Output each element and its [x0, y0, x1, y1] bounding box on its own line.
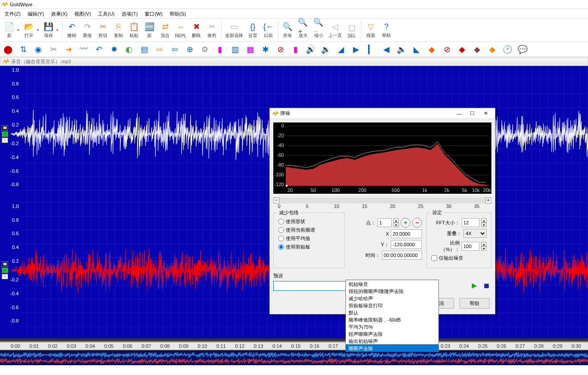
spectrum-display[interactable]: 0-20-40-60-80-100-12020501002005001k2k5k… — [273, 122, 491, 194]
effect-fade2-icon[interactable]: ◣ — [410, 43, 423, 56]
preset-option-6[interactable]: 平均为75% — [346, 323, 438, 330]
effect-mark2-icon[interactable]: ◀ — [380, 43, 393, 56]
effect-d1-icon[interactable]: ◆ — [426, 43, 438, 56]
toolbar-上一页[interactable]: ◁上一页 — [327, 20, 344, 41]
menu-file[interactable]: 文件(Z) — [1, 9, 24, 19]
effect-stop-icon[interactable]: ⬤ — [2, 43, 14, 56]
effect-cut-icon[interactable]: ✂ — [47, 43, 60, 56]
toolbar-粘贴[interactable]: 📋粘贴 — [126, 20, 142, 41]
effect-rec-icon[interactable]: ⊘ — [274, 43, 287, 56]
preset-option-4[interactable]: 默认 — [346, 309, 438, 316]
effect-no-icon[interactable]: ⊘ — [441, 43, 453, 56]
marker-mute-icon[interactable]: ▮▮ — [2, 125, 8, 130]
effect-plus-icon[interactable]: ⊕ — [183, 43, 196, 56]
effect-fade-icon[interactable]: ◐ — [123, 43, 135, 56]
marker-on-icon[interactable]: ✓ — [2, 131, 8, 137]
effect-spin-icon[interactable]: ◉ — [32, 43, 45, 56]
toolbar-新[interactable]: 🆕新 — [142, 20, 157, 41]
preset-option-8[interactable]: 输出初始噪声 — [346, 337, 438, 344]
toolbar-缩小[interactable]: 🔍−缩小 — [311, 20, 326, 41]
preview-play-button[interactable] — [469, 281, 479, 291]
effect-mark1-icon[interactable]: ▎ — [365, 43, 377, 56]
scale-down-button[interactable]: ▼ — [481, 246, 487, 251]
effect-sliders-icon[interactable]: ⚙ — [199, 43, 211, 56]
preset-option-7[interactable]: 轻声嘶嘶声去除 — [346, 330, 438, 337]
toolbar-保存[interactable]: 💾保存 — [41, 20, 56, 41]
envelope-radio-2[interactable] — [278, 236, 284, 241]
remove-point-button[interactable]: − — [412, 218, 422, 228]
menu-window[interactable]: 窗口(W) — [141, 9, 166, 19]
dialog-max-button[interactable]: ☐ — [466, 109, 479, 118]
time-input[interactable] — [382, 251, 422, 260]
overlap-select[interactable]: 4X — [463, 229, 487, 238]
marker-on-icon[interactable]: ✓ — [2, 268, 8, 273]
preset-option-0[interactable]: 初始噪音 — [346, 280, 438, 287]
toolbar-全部选择[interactable]: ▭全部选择 — [223, 20, 245, 41]
menu-effect[interactable]: 效果(X) — [48, 9, 71, 19]
document-titlebar[interactable]: 录音（融合背景音乐）.mp3 — [0, 57, 588, 66]
preview-stop-button[interactable] — [482, 281, 491, 291]
preset-dropdown[interactable]: 初始噪音很轻的嘶嘶声/隆隆声去除减少哈哈声剪贴板噪音打印默认频率峰值限制器，-6… — [345, 280, 439, 352]
preset-option-3[interactable]: 剪贴板噪音打印 — [346, 302, 438, 309]
scale-up-button[interactable]: ▲ — [481, 242, 487, 246]
fft-up-button[interactable]: ▲ — [481, 218, 487, 223]
toolbar-撤销[interactable]: ↶撤销 — [64, 20, 79, 41]
zoom-out-button[interactable]: − — [273, 197, 280, 204]
effect-vol2-icon[interactable]: 🔉 — [320, 43, 332, 56]
effect-arrow-icon[interactable]: ➜ — [62, 43, 75, 56]
marker-mute-icon[interactable]: ▮▮ — [2, 261, 8, 267]
preset-input[interactable] — [274, 281, 354, 290]
effect-d3-icon[interactable]: ◆ — [471, 43, 483, 56]
menu-help[interactable]: 帮助(S) — [166, 9, 190, 19]
effect-spk-icon[interactable]: 🔈 — [395, 43, 408, 56]
toolbar-帮助[interactable]: ?帮助 — [379, 20, 394, 41]
effect-prev-icon[interactable]: ⇦ — [168, 43, 181, 56]
effect-next-icon[interactable]: ⇨ — [153, 43, 166, 56]
point-input[interactable] — [377, 218, 392, 227]
preset-option-5[interactable]: 频率峰值限制器，-60dB — [346, 316, 438, 323]
x-input[interactable] — [391, 229, 422, 238]
scale-input[interactable] — [462, 242, 479, 251]
envelope-radio-3[interactable] — [278, 244, 284, 250]
effect-spark-icon[interactable]: ✱ — [259, 43, 272, 56]
menu-tool[interactable]: 工具(U) — [94, 9, 118, 19]
y-input[interactable] — [391, 240, 422, 249]
toolbar-重做[interactable]: ↷重做 — [80, 20, 95, 41]
effect-grid-icon[interactable]: ▦ — [244, 43, 256, 56]
effect-clock-icon[interactable]: 🕐 — [501, 43, 514, 56]
toolbar-设置[interactable]: {}设置 — [245, 20, 260, 41]
toolbar-以前[interactable]: {←以前 — [261, 20, 276, 41]
noise-only-checkbox[interactable] — [431, 255, 437, 261]
effect-d4-icon[interactable]: ◆ — [486, 43, 499, 56]
preset-option-9[interactable]: 嘶嘶声去除 — [346, 344, 438, 351]
effect-undo-icon[interactable]: ↶ — [93, 43, 105, 56]
effect-stretch-icon[interactable]: ⇅ — [17, 43, 29, 56]
effect-play-icon[interactable]: ▶ — [350, 43, 362, 56]
overview-bar[interactable] — [0, 350, 588, 365]
zoom-in-button[interactable]: + — [485, 197, 491, 204]
fft-down-button[interactable]: ▼ — [481, 223, 487, 227]
dialog-titlebar[interactable]: 降噪 — ☐ ✕ — [270, 108, 495, 119]
time-ruler[interactable]: 0:000:010:020:030:040:050:060:070:080:09… — [0, 342, 588, 350]
toolbar-混合[interactable]: ⇄混合 — [158, 20, 173, 41]
preset-option-1[interactable]: 很轻的嘶嘶声/隆隆声去除 — [346, 287, 438, 294]
toolbar-打开[interactable]: 📂打开 — [21, 20, 36, 41]
toolbar-REPL[interactable]: ↔REPL — [173, 20, 188, 41]
menu-view[interactable]: 视图(V) — [71, 9, 94, 19]
toolbar-SEL[interactable]: ▢SEL — [344, 20, 359, 41]
toolbar-放大[interactable]: 🔍+放大 — [296, 20, 311, 41]
menu-option[interactable]: 选项(T) — [118, 9, 141, 19]
toolbar-修剪[interactable]: ✂修剪 — [204, 20, 219, 41]
marker-num-icon[interactable]: 1 — [2, 138, 8, 143]
effect-chat-icon[interactable]: 💬 — [516, 43, 529, 56]
envelope-radio-0[interactable] — [278, 219, 284, 224]
fft-input[interactable] — [462, 218, 479, 227]
point-up-button[interactable]: ▲ — [393, 218, 399, 223]
toolbar-新[interactable]: 📄新 — [2, 20, 17, 41]
toolbar-线索[interactable]: ▽线索 — [363, 20, 378, 41]
preset-option-2[interactable]: 减少哈哈声 — [346, 294, 438, 302]
dialog-min-button[interactable]: — — [452, 109, 466, 118]
toolbar-所有[interactable]: 🔍所有 — [280, 20, 295, 41]
toolbar-剪切[interactable]: ✂剪切 — [95, 20, 110, 41]
effect-color-icon[interactable]: ▮ — [214, 43, 226, 56]
